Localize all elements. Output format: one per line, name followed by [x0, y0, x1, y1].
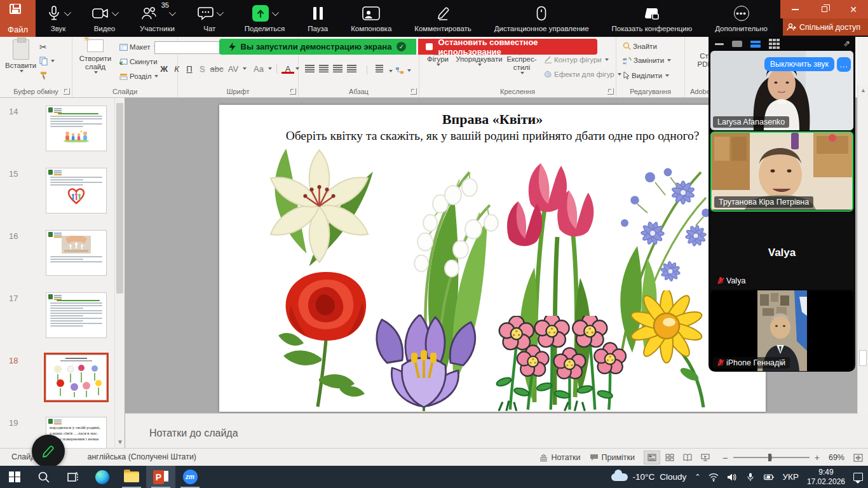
thumbnail[interactable] [46, 230, 107, 276]
grid-view-icon[interactable] [769, 39, 780, 50]
task-view-button[interactable] [58, 466, 88, 488]
taskbar-search-button[interactable] [29, 466, 58, 488]
strikethrough-button[interactable]: abc [208, 64, 225, 74]
close-button[interactable]: ✕ [844, 3, 863, 17]
zoom-in-icon[interactable]: + [815, 452, 820, 463]
white-lily-image[interactable] [248, 146, 391, 276]
replace-button[interactable]: abac Замінити [623, 57, 671, 64]
participant-more-button[interactable]: ... [837, 57, 851, 72]
text-shadow-button[interactable]: S [196, 64, 208, 74]
toolbar-audio-button[interactable]: Звук [47, 0, 69, 32]
toolbar-remote-control-button[interactable]: Дистанционное управление [494, 0, 589, 32]
hidden-icons-chevron[interactable]: ⌃ [695, 473, 700, 481]
thumbnail[interactable] [46, 105, 107, 151]
align-right-button[interactable] [333, 65, 342, 72]
purple-crocus-image[interactable] [364, 315, 485, 411]
edge-browser-button[interactable] [88, 466, 117, 488]
align-left-button[interactable] [305, 65, 315, 72]
wifi-icon[interactable] [709, 473, 719, 482]
gallery-strip-view-icon[interactable] [750, 41, 761, 48]
thumbnail[interactable] [46, 168, 107, 214]
scrollbar-thumb[interactable] [859, 350, 867, 366]
reset-button[interactable]: Скинути [119, 58, 158, 65]
chevron-down-icon[interactable] [217, 9, 224, 16]
mute-participant-button[interactable]: Выключить звук [764, 57, 834, 71]
scroll-participants-chevron[interactable]: ⌄ [778, 356, 786, 367]
scroll-up-arrow-icon[interactable]: ▲ [860, 87, 866, 93]
annotation-pencil-button[interactable] [32, 435, 65, 468]
find-button[interactable]: Знайти [623, 42, 657, 50]
scrollbar-thumb[interactable] [116, 103, 123, 294]
video-tile-gennadiy[interactable]: iPhone Геннадій ⌄ [710, 290, 853, 371]
section-button[interactable]: Розділ [119, 72, 158, 80]
slide-canvas[interactable]: Вправа «Квіти» Оберіть квітку та скажіть… [219, 105, 766, 412]
tray-microphone-icon[interactable] [745, 473, 756, 482]
shape-outline-button[interactable]: Контур фігури [544, 56, 609, 64]
fit-to-window-icon[interactable] [853, 454, 863, 462]
underline-button[interactable]: П [183, 64, 196, 74]
start-button[interactable] [0, 466, 29, 488]
align-center-button[interactable] [319, 65, 329, 72]
minimize-button[interactable] [785, 3, 804, 17]
paste-button[interactable]: Вставити [5, 39, 36, 72]
speaker-view-icon[interactable] [732, 41, 742, 47]
thumbnails-scrollbar[interactable]: ▼ [114, 98, 125, 448]
notes-toggle[interactable]: Нотатки [539, 453, 580, 462]
zoom-percentage[interactable]: 69% [829, 453, 844, 462]
expand-panel-icon[interactable]: ⇗ [843, 39, 850, 48]
minimize-panel-icon[interactable] [715, 43, 724, 45]
justify-button[interactable] [347, 65, 356, 72]
cut-button[interactable]: ✂ [39, 42, 47, 52]
font-dialog-launcher[interactable] [290, 88, 296, 95]
shape-effects-button[interactable]: Ефекти для фігур [544, 71, 621, 78]
file-tab[interactable]: Файл [0, 25, 36, 34]
bold-button[interactable]: Ж [158, 64, 170, 74]
taskbar-clock[interactable]: 9:49 17.02.2026 [807, 468, 845, 487]
zoom-slider-handle[interactable] [768, 454, 771, 461]
battery-icon[interactable] [764, 473, 774, 482]
copy-button[interactable] [39, 57, 55, 65]
thumbnail[interactable] [46, 292, 107, 338]
font-color-button[interactable]: A [281, 64, 294, 74]
comments-toggle[interactable]: Примітки [590, 453, 635, 462]
video-tile-kira[interactable]: Трутанова Кіра Петрівна [710, 132, 853, 212]
language-indicator[interactable]: УКР [782, 472, 798, 482]
toolbar-pause-button[interactable]: Пауза [308, 0, 328, 32]
character-spacing-button[interactable]: AV [225, 64, 241, 74]
slideshow-view-button[interactable] [697, 451, 714, 464]
slide-vertical-scrollbar[interactable]: ▲ [857, 85, 868, 414]
normal-view-button[interactable] [644, 451, 660, 464]
format-painter-button[interactable] [39, 71, 48, 80]
stop-share-button[interactable]: Остановить совместное использование [418, 39, 597, 55]
chevron-down-icon[interactable] [64, 9, 71, 16]
zoom-app-taskbar-button[interactable]: zm [175, 466, 205, 488]
video-tile-larysa[interactable]: Выключить звук ... Larysa Afanasenko [710, 51, 853, 130]
weather-widget[interactable]: -10°C Cloudy [611, 472, 687, 482]
action-center-icon[interactable] [853, 473, 863, 481]
chevron-down-icon[interactable] [272, 9, 279, 16]
drawing-dialog-launcher[interactable] [607, 88, 614, 95]
video-tile-valya[interactable]: Valya Valya [710, 213, 853, 289]
toolbar-chat-button[interactable]: Чат [198, 0, 222, 32]
notes-placeholder[interactable]: Нотатки до слайда [149, 428, 238, 439]
zoom-out-icon[interactable]: − [722, 452, 728, 463]
zoom-slider[interactable]: − + [722, 452, 820, 463]
convert-smartart-button[interactable] [395, 66, 411, 75]
toolbar-share-button[interactable]: Поделиться [245, 0, 285, 32]
toolbar-annotate-button[interactable]: Комментировать [414, 0, 471, 32]
layout-button[interactable]: Макет [119, 43, 158, 51]
thumbnail-selected[interactable] [46, 355, 107, 400]
toolbar-show-meeting-button[interactable]: Показать конференцию [612, 0, 693, 32]
bullets-button[interactable] [374, 65, 383, 72]
language-indicator[interactable]: англійська (Сполучені Штати) [88, 452, 197, 461]
reading-view-button[interactable] [679, 451, 696, 464]
toolbar-layout-button[interactable]: Компоновка [351, 0, 391, 32]
restore-button[interactable] [815, 3, 834, 17]
paragraph-dialog-launcher[interactable] [410, 88, 417, 95]
toolbar-video-button[interactable]: Видео [92, 0, 117, 32]
notes-pane[interactable]: Нотатки до слайда [125, 413, 868, 448]
pink-flowers-image[interactable] [491, 316, 628, 411]
chevron-down-icon[interactable] [112, 9, 119, 16]
clipboard-dialog-launcher[interactable] [64, 88, 70, 95]
yellow-daisy-image[interactable] [626, 290, 710, 409]
